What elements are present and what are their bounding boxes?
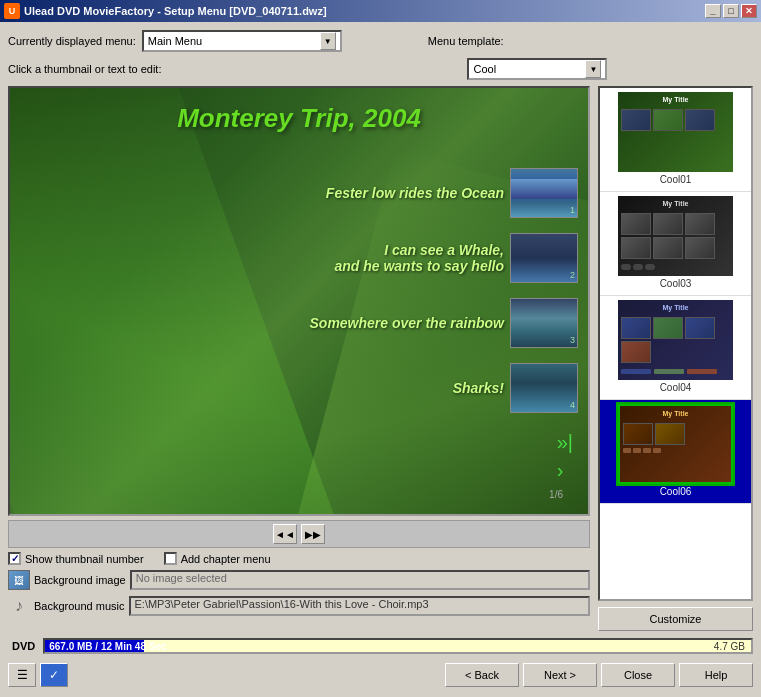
template-dropdown-arrow[interactable]: ▼ xyxy=(585,60,601,78)
template-thumbnail-cool04: My Title xyxy=(618,300,733,380)
dvd-menu-title[interactable]: Monterey Trip, 2004 xyxy=(10,103,588,134)
bottom-buttons-row: ☰ ✓ < Back Next > Close Help xyxy=(8,661,753,689)
template-list[interactable]: My Title Cool01 My Title xyxy=(598,86,753,601)
background-image-value: No image selected xyxy=(136,572,227,584)
dvd-item-3-thumbnail[interactable]: 3 xyxy=(510,298,578,348)
show-thumbnail-option: Show thumbnail number xyxy=(8,552,144,565)
remaining-space-text: 4.7 GB xyxy=(714,640,745,652)
template-item-cool01[interactable]: My Title Cool01 xyxy=(600,88,751,192)
template-thumbnail-cool01: My Title xyxy=(618,92,733,172)
dvd-item-1-number: 1 xyxy=(570,205,575,215)
dvd-item-1-text[interactable]: Fester low rides the Ocean xyxy=(20,185,510,201)
menu-template-label: Menu template: xyxy=(428,35,504,47)
content-area: Monterey Trip, 2004 Fester low rides the… xyxy=(8,86,753,631)
nav-fast-forward[interactable]: »| xyxy=(557,428,573,456)
currently-displayed-row: Currently displayed menu: Main Menu ▼ Me… xyxy=(8,30,753,52)
currently-displayed-label: Currently displayed menu: xyxy=(8,35,136,47)
check-icon-button[interactable]: ✓ xyxy=(40,663,68,687)
music-icon: ♪ xyxy=(15,597,23,615)
preview-controls: ◄◄ ▶▶ xyxy=(8,520,590,548)
menu-preview[interactable]: Monterey Trip, 2004 Fester low rides the… xyxy=(8,86,590,516)
dvd-item-4-thumbnail[interactable]: 4 xyxy=(510,363,578,413)
background-image-row: 🖼 Background image No image selected xyxy=(8,569,590,591)
dvd-item-4-text[interactable]: Sharks! xyxy=(20,380,510,396)
dvd-item-3-text[interactable]: Somewhere over the rainbow xyxy=(20,315,510,331)
customize-button[interactable]: Customize xyxy=(598,607,753,631)
left-panel: Monterey Trip, 2004 Fester low rides the… xyxy=(8,86,590,631)
title-bar-buttons: _ □ ✕ xyxy=(705,4,757,18)
bottom-left-icons: ☰ ✓ xyxy=(8,663,68,687)
add-chapter-checkbox[interactable] xyxy=(164,552,177,565)
click-to-edit-row: Click a thumbnail or text to edit: Cool … xyxy=(8,58,753,80)
show-thumbnail-checkbox[interactable] xyxy=(8,552,21,565)
dvd-item-1-thumbnail[interactable]: 1 xyxy=(510,168,578,218)
click-to-edit-label: Click a thumbnail or text to edit: xyxy=(8,63,161,75)
template-item-cool03[interactable]: My Title xyxy=(600,192,751,296)
progress-bar-fill: 667.0 MB / 12 Min 48 Sec xyxy=(45,640,144,652)
dvd-menu-item-1[interactable]: Fester low rides the Ocean 1 xyxy=(20,168,578,218)
window-title: Ulead DVD MovieFactory - Setup Menu [DVD… xyxy=(24,5,327,17)
template-label-cool03: Cool03 xyxy=(604,276,747,291)
title-bar: U Ulead DVD MovieFactory - Setup Menu [D… xyxy=(0,0,761,22)
nav-forward[interactable]: › xyxy=(557,456,573,484)
dvd-menu-background: Monterey Trip, 2004 Fester low rides the… xyxy=(10,88,588,514)
dvd-item-2-text[interactable]: I can see a Whale,and he wants to say he… xyxy=(20,242,510,274)
template-item-cool04[interactable]: My Title Cool04 xyxy=(600,296,751,400)
options-row: Show thumbnail number Add chapter menu xyxy=(8,552,590,565)
template-value-dropdown[interactable]: Cool ▼ xyxy=(467,58,607,80)
background-music-field[interactable]: E:\MP3\Peter Gabriel\Passion\16-With thi… xyxy=(129,596,591,616)
close-window-button[interactable]: ✕ xyxy=(741,4,757,18)
title-bar-left: U Ulead DVD MovieFactory - Setup Menu [D… xyxy=(4,3,327,19)
menu-icon-button[interactable]: ☰ xyxy=(8,663,36,687)
add-chapter-label: Add chapter menu xyxy=(181,553,271,565)
maximize-button[interactable]: □ xyxy=(723,4,739,18)
dvd-item-2-number: 2 xyxy=(570,270,575,280)
template-dropdown-value: Cool xyxy=(473,63,496,75)
dvd-menu-item-2[interactable]: I can see a Whale,and he wants to say he… xyxy=(20,233,578,283)
image-icon: 🖼 xyxy=(8,570,30,590)
background-music-value: E:\MP3\Peter Gabriel\Passion\16-With thi… xyxy=(135,598,429,610)
dvd-label: DVD xyxy=(8,640,39,652)
template-item-cool06[interactable]: My Title Cool06 xyxy=(600,400,751,504)
dvd-menu-nav: »| › xyxy=(557,428,573,484)
background-image-field[interactable]: No image selected xyxy=(130,570,590,590)
status-bar: DVD 667.0 MB / 12 Min 48 Sec 4.7 GB xyxy=(8,635,753,657)
dvd-menu-item-3[interactable]: Somewhere over the rainbow 3 xyxy=(20,298,578,348)
dvd-menu-item-4[interactable]: Sharks! 4 xyxy=(20,363,578,413)
background-music-icon: ♪ xyxy=(8,596,30,616)
main-window: Currently displayed menu: Main Menu ▼ Me… xyxy=(0,22,761,697)
right-panel: My Title Cool01 My Title xyxy=(598,86,753,631)
next-button[interactable]: Next > xyxy=(523,663,597,687)
background-music-row: ♪ Background music E:\MP3\Peter Gabriel\… xyxy=(8,595,590,617)
dvd-menu-items: Fester low rides the Ocean 1 I can see a… xyxy=(20,168,578,423)
show-thumbnail-label: Show thumbnail number xyxy=(25,553,144,565)
progress-bar: 667.0 MB / 12 Min 48 Sec 4.7 GB xyxy=(43,638,753,654)
background-image-label: Background image xyxy=(34,574,126,586)
dvd-item-2-thumbnail[interactable]: 2 xyxy=(510,233,578,283)
background-music-label: Background music xyxy=(34,600,125,612)
minimize-button[interactable]: _ xyxy=(705,4,721,18)
template-label-cool04: Cool04 xyxy=(604,380,747,395)
used-space-text: 667.0 MB / 12 Min 48 Sec xyxy=(49,641,166,652)
close-button[interactable]: Close xyxy=(601,663,675,687)
dvd-item-3-number: 3 xyxy=(570,335,575,345)
dvd-item-4-number: 4 xyxy=(570,400,575,410)
fast-forward-button[interactable]: ▶▶ xyxy=(301,524,325,544)
template-thumbnail-cool06: My Title xyxy=(618,404,733,484)
nav-buttons: < Back Next > Close Help xyxy=(445,663,753,687)
menu-display-arrow[interactable]: ▼ xyxy=(320,32,336,50)
add-chapter-option: Add chapter menu xyxy=(164,552,271,565)
app-icon: U xyxy=(4,3,20,19)
back-button[interactable]: < Back xyxy=(445,663,519,687)
rewind-button[interactable]: ◄◄ xyxy=(273,524,297,544)
menu-display-value: Main Menu xyxy=(148,35,202,47)
help-button[interactable]: Help xyxy=(679,663,753,687)
template-label-cool06: Cool06 xyxy=(604,484,747,499)
dvd-page-indicator: 1/6 xyxy=(549,489,563,500)
menu-display-dropdown[interactable]: Main Menu ▼ xyxy=(142,30,342,52)
template-label-cool01: Cool01 xyxy=(604,172,747,187)
template-thumbnail-cool03: My Title xyxy=(618,196,733,276)
background-image-icon: 🖼 xyxy=(8,570,30,590)
